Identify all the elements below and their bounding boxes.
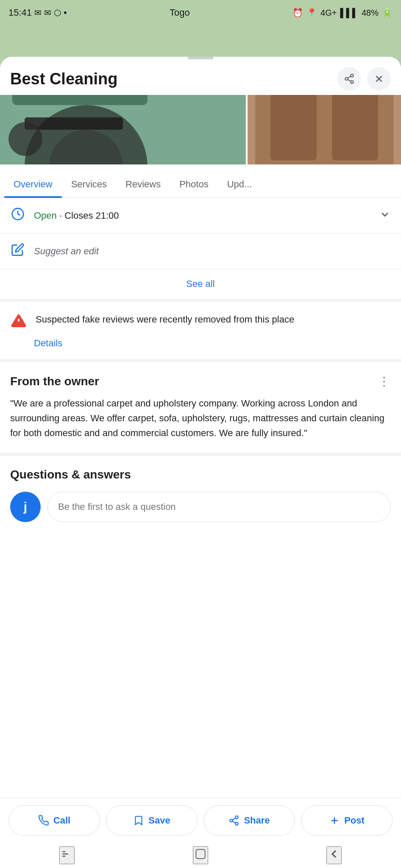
location-icon: 📍 [306,8,317,18]
bottom-action-bar: Call Save Share Post [0,798,401,843]
qa-section: Questions & answers j [0,456,401,534]
see-all-button[interactable]: See all [186,278,214,289]
share-bottom-icon [228,815,239,826]
open-label: Open [34,210,57,221]
close-button[interactable] [367,67,391,91]
nav-menu-button[interactable] [59,846,75,864]
save-label: Save [148,815,170,826]
images-row[interactable] [0,95,401,171]
qa-input-row: j [10,492,391,522]
page-title: Best Cleaning [10,70,337,88]
suggest-edit-text: Suggest an edit [34,246,99,256]
battery-icon: 🔋 [382,8,393,18]
alert-content: Suspected fake reviews were recently rem… [10,312,391,331]
spacer [0,534,401,619]
tab-services[interactable]: Services [62,171,116,198]
phone-icon [38,815,49,826]
svg-rect-29 [196,849,205,858]
from-owner-section: From the owner ⋮ "We are a professional … [0,362,401,456]
svg-rect-14 [270,95,317,160]
question-input[interactable] [47,492,391,522]
alert-section: Suspected fake reviews were recently rem… [0,302,401,362]
status-bar-right: ⏰ 📍 4G+ ▌▌▌ 48% 🔋 [292,8,393,18]
warning-icon [10,312,27,331]
mail-icon: ✉ [34,8,42,18]
tab-overview[interactable]: Overview [4,171,62,198]
battery: 48% [362,8,379,18]
tabs: Overview Services Reviews Photos Upd... [0,171,401,198]
see-all-row[interactable]: See all [0,269,401,302]
svg-line-3 [348,80,351,81]
svg-point-21 [236,822,239,825]
svg-rect-8 [12,95,148,105]
owner-header: From the owner ⋮ [10,374,391,388]
user-avatar: j [10,492,41,522]
svg-point-19 [236,816,239,819]
suggest-edit-label: Suggest an edit [34,246,391,257]
call-label: Call [53,815,70,826]
svg-line-23 [233,818,236,820]
share-label: Share [244,815,270,826]
user-initial: j [24,500,27,514]
owner-title: From the owner [10,375,99,388]
cube-icon: ⬡ [54,8,61,18]
bookmark-icon [133,815,144,826]
close-time: · Closes 21:00 [59,210,119,221]
hours-row[interactable]: Open · Closes 21:00 [0,198,401,234]
share-bottom-button[interactable]: Share [203,805,295,836]
plus-icon [329,815,340,826]
alarm-icon: ⏰ [292,8,303,18]
svg-rect-15 [332,95,378,160]
save-button[interactable]: Save [106,805,198,836]
header-actions [337,67,391,91]
bottom-sheet: Best Cleaning [0,57,401,868]
nav-bar [0,843,401,868]
dot-icon: • [64,7,67,18]
close-icon [373,73,384,84]
network-label: 4G+ [320,8,337,18]
mail-icon-2: ✉ [44,8,51,18]
map-area [0,25,401,51]
suggest-edit-row[interactable]: Suggest an edit [0,234,401,269]
tab-reviews[interactable]: Reviews [116,171,170,198]
status-bar: 15:41 ✉ ✉ ⬡ • Togo ⏰ 📍 4G+ ▌▌▌ 48% 🔋 [0,0,401,25]
image-1[interactable] [0,95,246,164]
share-button[interactable] [337,67,361,91]
tab-photos[interactable]: Photos [170,171,218,198]
share-icon [344,73,355,84]
call-button[interactable]: Call [8,805,100,836]
svg-point-1 [345,78,348,81]
owner-description: "We are a professional carpet and uphols… [10,396,391,441]
svg-line-22 [233,821,236,823]
post-button[interactable]: Post [301,805,393,836]
details-button[interactable]: Details [34,338,62,349]
pencil-icon [10,243,25,259]
nav-home-button[interactable] [193,846,208,864]
post-label: Post [344,815,365,826]
more-options-button[interactable]: ⋮ [378,374,391,388]
svg-line-4 [348,76,351,78]
image-2[interactable] [248,95,401,164]
tab-updates[interactable]: Upd... [218,171,262,198]
nav-back-button[interactable] [326,846,342,864]
clock-icon-container [10,207,25,224]
qa-title: Questions & answers [10,468,391,481]
svg-point-20 [230,819,233,822]
signal-icon: ▌▌▌ [340,8,358,18]
time: 15:41 [8,7,32,18]
hours-content: Open · Closes 21:00 [34,210,370,221]
card-header: Best Cleaning [0,59,401,95]
svg-point-0 [351,74,354,77]
carrier: Togo [170,7,190,18]
expand-hours-icon[interactable] [379,209,391,223]
alert-text: Suspected fake reviews were recently rem… [36,312,294,326]
status-bar-left: 15:41 ✉ ✉ ⬡ • [8,7,67,18]
svg-point-2 [351,81,354,83]
clock-icon [11,207,25,221]
